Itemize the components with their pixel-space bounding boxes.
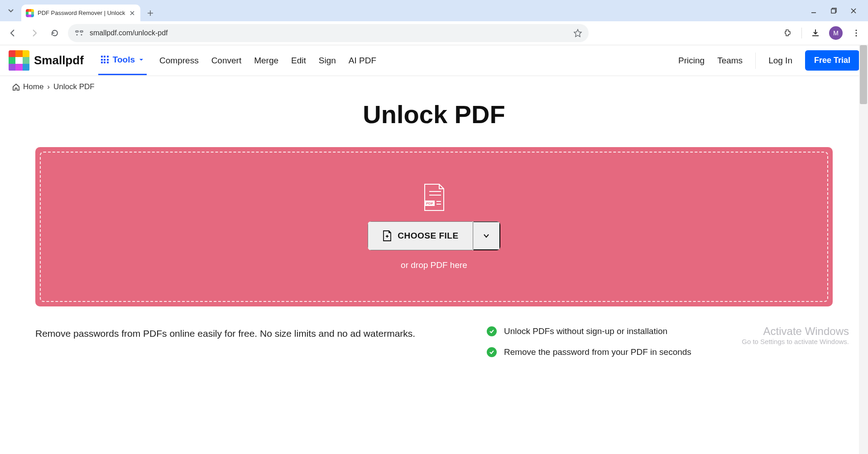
site-logo[interactable]: Smallpdf	[9, 50, 84, 71]
file-plus-icon	[382, 230, 392, 242]
browser-tab[interactable]: PDF Password Remover | Unlock	[21, 5, 140, 21]
window-close-icon[interactable]	[848, 5, 859, 16]
vertical-scrollbar[interactable]	[859, 45, 868, 454]
breadcrumb-home-label: Home	[23, 82, 43, 91]
feature-item: Remove the password from your PDF in sec…	[487, 347, 833, 357]
caret-down-icon	[139, 57, 144, 62]
svg-point-8	[855, 35, 857, 36]
breadcrumb-home[interactable]: Home	[12, 82, 43, 91]
pdf-file-icon: PDF	[423, 183, 446, 211]
logo-icon	[9, 50, 29, 71]
choose-file-button-group: CHOOSE FILE	[368, 221, 500, 250]
svg-point-5	[81, 34, 82, 36]
free-trial-button[interactable]: Free Trial	[805, 50, 859, 71]
drop-hint-text: or drop PDF here	[401, 260, 467, 270]
extensions-icon[interactable]	[782, 27, 794, 39]
choose-file-label: CHOOSE FILE	[398, 231, 458, 241]
tab-title: PDF Password Remover | Unlock	[38, 10, 125, 16]
tab-close-icon[interactable]	[129, 10, 136, 17]
profile-avatar[interactable]: M	[829, 26, 843, 40]
choose-file-dropdown[interactable]	[473, 221, 500, 250]
svg-point-6	[855, 29, 857, 31]
nav-forward-button[interactable]	[26, 25, 42, 41]
window-minimize-icon[interactable]	[808, 5, 819, 16]
breadcrumb-separator: ›	[47, 82, 50, 91]
tab-favicon-icon	[26, 9, 34, 17]
nav-merge[interactable]: Merge	[254, 56, 278, 66]
feature-text: Unlock PDFs without sign-up or installat…	[504, 326, 667, 336]
brand-text: Smallpdf	[34, 53, 84, 67]
site-settings-icon[interactable]	[74, 28, 84, 38]
nav-tools-label: Tools	[113, 55, 135, 65]
nav-login[interactable]: Log In	[768, 56, 792, 66]
tab-search-dropdown[interactable]	[0, 0, 21, 21]
new-tab-button[interactable]	[142, 5, 158, 21]
svg-rect-2	[76, 31, 78, 32]
grid-icon	[101, 56, 109, 64]
scrollbar-thumb[interactable]	[860, 45, 867, 104]
home-icon	[12, 83, 20, 91]
nav-ai-pdf[interactable]: AI PDF	[349, 56, 376, 66]
window-controls	[808, 0, 868, 21]
nav-back-button[interactable]	[5, 25, 21, 41]
feature-item: Unlock PDFs without sign-up or installat…	[487, 326, 833, 336]
browser-menu-icon[interactable]	[850, 27, 863, 39]
bookmark-star-icon[interactable]	[573, 29, 582, 38]
check-circle-icon	[487, 347, 497, 357]
feature-text: Remove the password from your PDF in sec…	[504, 347, 691, 357]
page-title: Unlock PDF	[0, 100, 868, 129]
svg-point-7	[855, 32, 857, 33]
svg-point-4	[77, 34, 78, 36]
choose-file-button[interactable]: CHOOSE FILE	[368, 221, 473, 250]
browser-tab-strip: PDF Password Remover | Unlock	[0, 0, 868, 21]
url-text: smallpdf.com/unlock-pdf	[90, 29, 568, 37]
svg-text:PDF: PDF	[426, 201, 433, 205]
address-bar[interactable]: smallpdf.com/unlock-pdf	[68, 24, 589, 42]
main-nav: Tools Compress Convert Merge Edit Sign A…	[98, 46, 376, 75]
nav-tools-dropdown[interactable]: Tools	[98, 46, 147, 75]
nav-sign[interactable]: Sign	[319, 56, 336, 66]
dropzone-container: PDF CHOOSE FILE or drop PDF here	[35, 147, 833, 306]
nav-divider	[755, 53, 756, 69]
nav-pricing[interactable]: Pricing	[678, 56, 705, 66]
window-maximize-icon[interactable]	[828, 5, 839, 16]
file-dropzone[interactable]: PDF CHOOSE FILE or drop PDF here	[40, 152, 828, 302]
breadcrumb-current: Unlock PDF	[53, 82, 95, 91]
page-body: Smallpdf Tools Compress Convert Merge Ed…	[0, 45, 868, 357]
feature-list: Unlock PDFs without sign-up or installat…	[487, 326, 833, 357]
nav-compress[interactable]: Compress	[159, 56, 199, 66]
nav-edit[interactable]: Edit	[291, 56, 306, 66]
breadcrumb: Home › Unlock PDF	[0, 76, 868, 98]
browser-toolbar: smallpdf.com/unlock-pdf M	[0, 21, 868, 45]
site-header: Smallpdf Tools Compress Convert Merge Ed…	[0, 45, 868, 76]
check-circle-icon	[487, 326, 497, 336]
svg-rect-1	[831, 9, 835, 13]
toolbar-divider	[801, 28, 802, 38]
svg-rect-3	[80, 31, 83, 32]
nav-reload-button[interactable]	[47, 25, 62, 41]
below-dropzone-section: Remove passwords from PDFs online easily…	[0, 306, 868, 357]
chevron-down-icon	[483, 232, 490, 239]
nav-convert[interactable]: Convert	[211, 56, 242, 66]
downloads-icon[interactable]	[809, 27, 822, 39]
nav-teams[interactable]: Teams	[717, 56, 743, 66]
page-description: Remove passwords from PDFs online easily…	[35, 326, 451, 357]
header-right-nav: Pricing Teams Log In Free Trial	[678, 50, 859, 71]
